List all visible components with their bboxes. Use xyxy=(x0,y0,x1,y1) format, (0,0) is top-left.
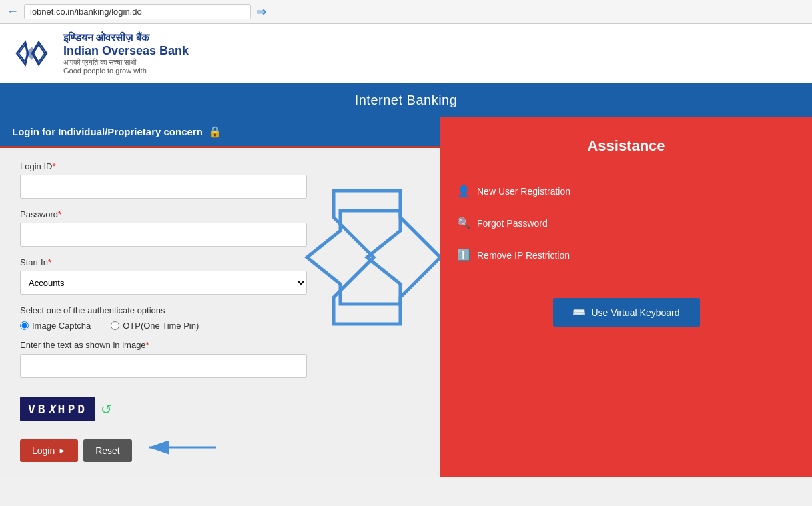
reset-button[interactable]: Reset xyxy=(83,439,132,462)
start-in-select[interactable]: Accounts Payments Transfers Reports xyxy=(20,271,307,295)
otp-label: OTP(One Time Pin) xyxy=(123,321,199,331)
remove-ip-restriction-link[interactable]: ℹ️ Remove IP Restriction xyxy=(457,242,795,268)
login-arrow-icon: ► xyxy=(58,446,66,455)
captcha-label: Enter the text as shown in image* xyxy=(20,340,420,350)
captcha-image: VBXHPD xyxy=(20,397,95,421)
auth-options-section: Select one of the authenticate options I… xyxy=(20,305,420,331)
assistance-links: 👤 New User Registration 🔍 Forgot Passwor… xyxy=(457,178,795,268)
address-bar[interactable]: iobnet.co.in/ibanking/login.do xyxy=(24,4,251,19)
captcha-group: Enter the text as shown in image* xyxy=(20,340,420,386)
bank-tagline-english: Good people to grow with xyxy=(63,67,189,75)
user-icon: 👤 xyxy=(457,185,470,197)
forgot-password-link[interactable]: 🔍 Forgot Password xyxy=(457,210,795,236)
virtual-keyboard-label: Use Virtual Keyboard xyxy=(591,307,679,318)
login-id-input[interactable] xyxy=(20,175,307,199)
login-panel-header: Login for Individual/Proprietary concern… xyxy=(0,117,440,148)
otp-radio[interactable] xyxy=(111,321,119,330)
virtual-keyboard-button[interactable]: ⌨️ Use Virtual Keyboard xyxy=(553,298,700,327)
browser-bar: ← iobnet.co.in/ibanking/login.do ⇒ xyxy=(0,0,812,24)
assistance-panel: Assistance 👤 New User Registration 🔍 For… xyxy=(440,117,812,477)
start-in-group: Start In* Accounts Payments Transfers Re… xyxy=(20,257,420,295)
captcha-image-row: VBXHPD ↺ xyxy=(20,397,420,421)
search-icon: 🔍 xyxy=(457,217,470,229)
forgot-password-label: Forgot Password xyxy=(477,218,548,229)
image-captcha-label: Image Captcha xyxy=(32,321,91,331)
login-panel: Login for Individual/Proprietary concern… xyxy=(0,117,440,477)
bank-hindi-name: इण्डियन ओवरसीज़ बैंक xyxy=(63,32,189,44)
lock-icon: 🔒 xyxy=(208,125,222,138)
info-icon: ℹ️ xyxy=(457,249,470,261)
keyboard-icon: ⌨️ xyxy=(572,306,586,319)
assistance-title: Assistance xyxy=(587,137,665,155)
bottom-arrow-decoration xyxy=(142,431,222,464)
start-in-label: Start In* xyxy=(20,257,420,267)
password-input[interactable] xyxy=(20,223,307,247)
refresh-captcha-icon[interactable]: ↺ xyxy=(101,401,112,417)
bank-name-block: इण्डियन ओवरसीज़ बैंक Indian Overseas Ban… xyxy=(63,32,189,75)
password-group: Password* xyxy=(20,209,420,247)
otp-option[interactable]: OTP(One Time Pin) xyxy=(111,321,199,331)
new-user-label: New User Registration xyxy=(477,186,570,197)
image-captcha-option[interactable]: Image Captcha xyxy=(20,321,91,331)
login-form: Login ID* Password* Start In* Accounts P… xyxy=(0,148,440,477)
remove-ip-label: Remove IP Restriction xyxy=(477,250,570,261)
bank-tagline-hindi: आपकी प्रगति का सच्चा साथी xyxy=(63,58,189,67)
login-id-group: Login ID* xyxy=(20,161,420,199)
back-arrow-icon[interactable]: ← xyxy=(7,5,19,19)
login-button[interactable]: Login ► xyxy=(20,439,78,462)
bank-header: इण्डियन ओवरसीज़ बैंक Indian Overseas Ban… xyxy=(0,24,812,83)
captcha-input[interactable] xyxy=(20,354,307,378)
login-id-label: Login ID* xyxy=(20,161,420,171)
main-content: Login for Individual/Proprietary concern… xyxy=(0,117,812,477)
button-row: Login ► Reset xyxy=(20,439,132,462)
login-heading-text: Login for Individual/Proprietary concern xyxy=(12,126,203,137)
bank-english-name: Indian Overseas Bank xyxy=(63,44,189,58)
bank-logo-icon xyxy=(13,35,53,72)
divider-1 xyxy=(457,207,795,207)
divider-2 xyxy=(457,239,795,239)
internet-banking-title: Internet Banking xyxy=(0,83,812,117)
forward-arrow-icon[interactable]: ⇒ xyxy=(256,5,266,19)
button-row-container: Login ► Reset xyxy=(20,431,420,464)
auth-radio-group: Image Captcha OTP(One Time Pin) xyxy=(20,321,420,331)
new-user-registration-link[interactable]: 👤 New User Registration xyxy=(457,178,795,204)
image-captcha-radio[interactable] xyxy=(20,321,29,330)
password-label: Password* xyxy=(20,209,420,219)
auth-options-label: Select one of the authenticate options xyxy=(20,305,420,315)
